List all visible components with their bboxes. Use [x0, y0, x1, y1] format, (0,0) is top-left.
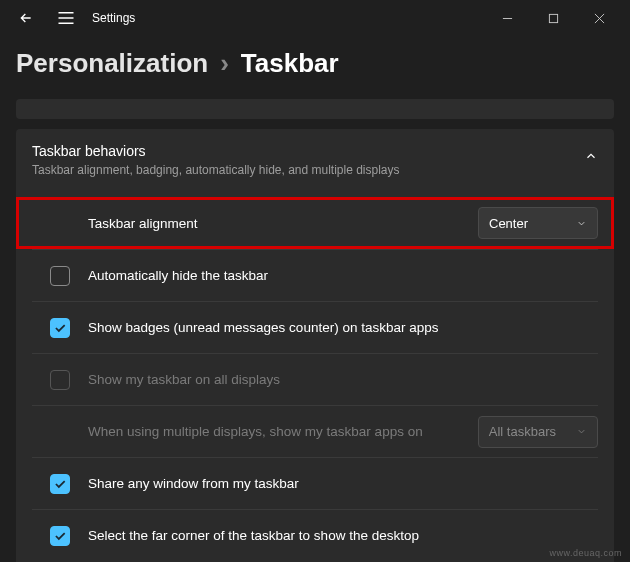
breadcrumb: Personalization › Taskbar: [16, 48, 614, 79]
window-title: Settings: [92, 11, 135, 25]
far-corner-checkbox[interactable]: [50, 526, 70, 546]
panel-header[interactable]: Taskbar behaviors Taskbar alignment, bad…: [32, 143, 598, 191]
badges-label: Show badges (unread messages counter) on…: [88, 320, 598, 335]
row-all-displays: Show my taskbar on all displays: [32, 353, 598, 405]
dropdown-value: All taskbars: [489, 424, 556, 439]
multi-display-dropdown: All taskbars: [478, 416, 598, 448]
share-any-label: Share any window from my taskbar: [88, 476, 598, 491]
row-multi-display: When using multiple displays, show my ta…: [32, 405, 598, 457]
taskbar-alignment-label: Taskbar alignment: [88, 216, 478, 231]
breadcrumb-current: Taskbar: [241, 48, 339, 79]
autohide-label: Automatically hide the taskbar: [88, 268, 598, 283]
autohide-checkbox[interactable]: [50, 266, 70, 286]
chevron-up-icon: [584, 149, 598, 167]
share-any-checkbox[interactable]: [50, 474, 70, 494]
chevron-down-icon: [576, 426, 587, 437]
watermark: www.deuaq.com: [549, 548, 622, 558]
chevron-right-icon: ›: [220, 48, 229, 79]
collapsed-section-stub[interactable]: [16, 99, 614, 119]
back-button[interactable]: [8, 0, 44, 36]
close-button[interactable]: [576, 0, 622, 36]
badges-checkbox[interactable]: [50, 318, 70, 338]
row-far-corner: Select the far corner of the taskbar to …: [32, 509, 598, 561]
menu-button[interactable]: [48, 0, 84, 36]
taskbar-behaviors-panel: Taskbar behaviors Taskbar alignment, bad…: [16, 129, 614, 562]
breadcrumb-parent[interactable]: Personalization: [16, 48, 208, 79]
maximize-button[interactable]: [530, 0, 576, 36]
svg-rect-0: [549, 14, 557, 22]
far-corner-label: Select the far corner of the taskbar to …: [88, 528, 598, 543]
dropdown-value: Center: [489, 216, 528, 231]
all-displays-label: Show my taskbar on all displays: [88, 372, 598, 387]
all-displays-checkbox: [50, 370, 70, 390]
row-taskbar-alignment: Taskbar alignment Center: [32, 197, 598, 249]
chevron-down-icon: [576, 218, 587, 229]
row-badges: Show badges (unread messages counter) on…: [32, 301, 598, 353]
row-autohide: Automatically hide the taskbar: [32, 249, 598, 301]
multi-display-label: When using multiple displays, show my ta…: [88, 424, 478, 439]
titlebar: Settings: [0, 0, 630, 36]
minimize-button[interactable]: [484, 0, 530, 36]
panel-title: Taskbar behaviors: [32, 143, 400, 159]
panel-subtitle: Taskbar alignment, badging, automaticall…: [32, 163, 400, 177]
row-share-any: Share any window from my taskbar: [32, 457, 598, 509]
taskbar-alignment-dropdown[interactable]: Center: [478, 207, 598, 239]
